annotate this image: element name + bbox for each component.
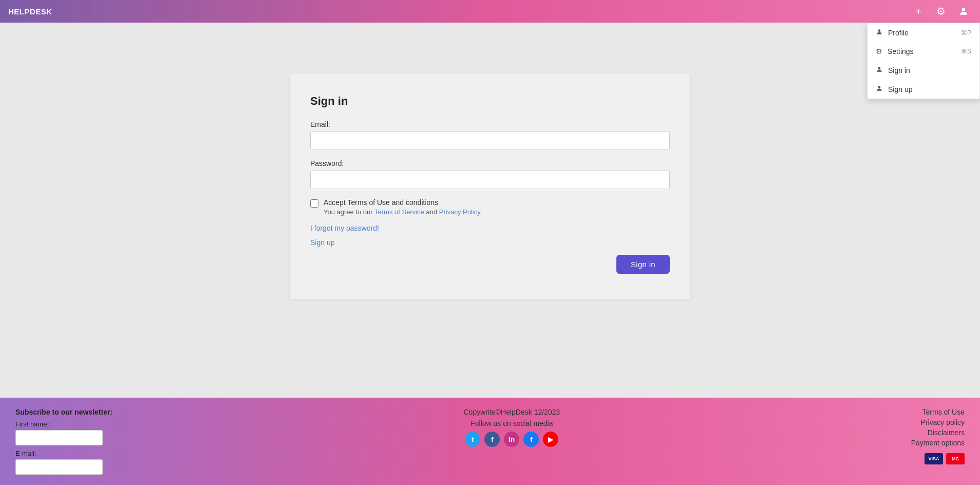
footer-center: Copywrite©HelpDesk 12/2023 Follow us on …: [464, 408, 560, 447]
dropdown-item-settings[interactable]: ⚙ Settings ⌘S: [868, 42, 979, 61]
twitter-icon[interactable]: t: [465, 432, 480, 447]
signin-button[interactable]: Sign in: [616, 255, 670, 274]
terms-checkbox[interactable]: [310, 199, 318, 208]
newsletter-label: Subscribe to our newsletter:: [15, 408, 112, 416]
follow-label: Follow us on social media: [464, 419, 560, 427]
dropdown-item-signup[interactable]: Sign up: [868, 80, 979, 99]
footer-email-input[interactable]: [15, 459, 103, 475]
instagram-icon[interactable]: in: [504, 432, 519, 447]
user-menu-button[interactable]: [955, 3, 972, 20]
checkbox-label: Accept Terms of Use and conditions: [324, 198, 482, 207]
header-actions: + ⚙: [910, 3, 972, 20]
svg-point-0: [962, 8, 966, 11]
footer-right: Terms of Use Privacy policy Disclaimers …: [911, 408, 965, 464]
mastercard-icon: MC: [946, 453, 965, 464]
add-button[interactable]: +: [910, 3, 927, 20]
profile-icon: [876, 28, 883, 37]
terms-checkbox-row: Accept Terms of Use and conditions You a…: [310, 198, 670, 216]
privacy-policy-footer-link[interactable]: Privacy policy: [911, 418, 965, 426]
settings-shortcut: ⌘S: [961, 48, 971, 55]
footer: Subscribe to our newsletter: First name:…: [0, 398, 980, 485]
footer-first-name-input[interactable]: [15, 430, 103, 445]
settings-label: Settings: [888, 47, 914, 55]
footer-newsletter: Subscribe to our newsletter: First name:…: [15, 408, 112, 475]
add-icon: +: [915, 6, 921, 17]
social-other-icon[interactable]: f: [523, 432, 539, 447]
user-icon: [958, 6, 969, 16]
disclaimers-footer-link[interactable]: Disclaimers: [911, 428, 965, 437]
dropdown-item-profile[interactable]: Profile ⌘P: [868, 23, 979, 42]
svg-point-1: [878, 29, 881, 32]
gear-icon: ⚙: [936, 5, 946, 17]
facebook-icon[interactable]: f: [484, 432, 500, 447]
password-label: Password:: [310, 159, 670, 167]
privacy-policy-link[interactable]: Privacy Policy: [439, 208, 480, 216]
signin-card: Sign in Email: Password: Accept Terms of…: [290, 74, 690, 300]
settings-button[interactable]: ⚙: [933, 3, 949, 20]
signup-menu-icon: [876, 85, 883, 94]
password-input[interactable]: [310, 171, 670, 189]
social-icons: t f in f ▶: [464, 432, 560, 447]
period: .: [480, 208, 482, 216]
svg-point-2: [878, 67, 881, 69]
forgot-password-link[interactable]: I forgot my password!: [310, 224, 670, 232]
header: HELPDESK + ⚙ Profile ⌘P ⚙: [0, 0, 980, 23]
payment-options-footer-link[interactable]: Payment options: [911, 439, 965, 447]
dropdown-item-signin[interactable]: Sign in: [868, 61, 979, 80]
visa-icon: VISA: [925, 453, 943, 464]
terms-of-use-footer-link[interactable]: Terms of Use: [911, 408, 965, 416]
profile-label: Profile: [888, 29, 909, 37]
signin-button-row: Sign in: [310, 255, 670, 274]
signup-menu-label: Sign up: [888, 85, 912, 94]
main-content: Sign in Email: Password: Accept Terms of…: [0, 23, 980, 398]
checkbox-subtext: You agree to our Terms of Service and Pr…: [324, 208, 482, 216]
email-label: Email:: [310, 120, 670, 128]
dropdown-menu: Profile ⌘P ⚙ Settings ⌘S Sign in: [867, 23, 980, 99]
email-input[interactable]: [310, 132, 670, 150]
and-text: and: [424, 208, 439, 216]
terms-of-service-link[interactable]: Terms of Service: [374, 208, 424, 216]
first-name-label: First name::: [15, 420, 112, 428]
copyright-text: Copywrite©HelpDesk 12/2023: [464, 408, 560, 416]
signin-menu-icon: [876, 66, 883, 74]
youtube-icon[interactable]: ▶: [543, 432, 558, 447]
checkbox-prefix: You agree to our: [324, 208, 374, 216]
email-footer-label: E-mail:: [15, 450, 112, 457]
settings-menu-icon: ⚙: [876, 47, 882, 55]
payment-icons: VISA MC: [911, 453, 965, 464]
logo: HELPDESK: [8, 7, 52, 16]
signup-link[interactable]: Sign up: [310, 238, 670, 247]
signin-title: Sign in: [310, 95, 670, 108]
profile-shortcut: ⌘P: [961, 29, 971, 36]
signin-menu-label: Sign in: [888, 66, 910, 74]
svg-point-3: [878, 86, 881, 88]
